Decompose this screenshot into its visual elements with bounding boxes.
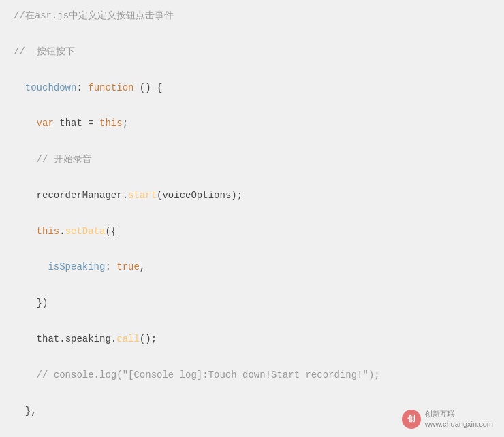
- code-line: }): [0, 294, 504, 312]
- code-token: isSpeaking: [14, 259, 105, 274]
- code-token: :: [105, 259, 116, 274]
- code-token: this: [99, 116, 123, 131]
- code-token: // 按钮按下: [14, 44, 75, 59]
- code-line: //在asr.js中定义定义按钮点击事件: [0, 7, 504, 25]
- code-line: var that = this;: [0, 114, 504, 132]
- code-token: that =: [54, 116, 99, 131]
- code-token: },: [14, 404, 37, 419]
- code-line: this.setData({: [0, 223, 504, 240]
- code-token: speaking: [65, 331, 111, 346]
- code-line: recorderManager.start(voiceOptions);: [0, 187, 504, 204]
- code-token: .: [59, 331, 65, 346]
- code-token: () {: [133, 80, 162, 95]
- code-line: // 按钮按下: [0, 43, 504, 61]
- code-line: [0, 169, 504, 187]
- code-token: ({: [105, 224, 116, 239]
- code-token: this: [37, 224, 60, 239]
- watermark-text: 创新互联 www.chuangxin.com: [425, 409, 493, 429]
- code-token: }): [14, 295, 48, 310]
- code-line: [0, 348, 504, 366]
- code-line: [0, 276, 504, 294]
- code-token: touchdown: [14, 80, 76, 95]
- code-token: //在asr.js中定义定义按钮点击事件: [14, 8, 174, 23]
- code-line: [0, 133, 504, 150]
- code-line: // console.log("[Console log]:Touch down…: [0, 366, 504, 384]
- code-token: recorderManager: [14, 188, 123, 203]
- code-container: //在asr.js中定义定义按钮点击事件 // 按钮按下 touchdown: …: [0, 0, 504, 437]
- code-token: call: [116, 331, 140, 346]
- code-line: touchdown: function () {: [0, 79, 504, 97]
- code-line: [0, 240, 504, 258]
- code-token: function: [88, 80, 133, 95]
- code-line: isSpeaking: true,: [0, 258, 504, 276]
- code-token: ,: [140, 259, 145, 274]
- code-line: [0, 384, 504, 402]
- code-token: .: [111, 331, 116, 346]
- code-token: var: [37, 116, 54, 131]
- code-token: ;: [123, 116, 128, 131]
- watermark-icon: 创: [402, 410, 421, 429]
- watermark: 创 创新互联 www.chuangxin.com: [402, 409, 493, 429]
- code-line: [0, 97, 504, 114]
- code-token: :: [76, 80, 88, 95]
- code-token: that: [14, 331, 59, 346]
- code-token: .: [59, 224, 65, 239]
- code-line: // 开始录音: [0, 150, 504, 168]
- code-token: .: [123, 188, 128, 203]
- code-line: [0, 25, 504, 42]
- code-token: [14, 116, 37, 131]
- code-line: that.speaking.call();: [0, 330, 504, 348]
- code-line: [0, 312, 504, 330]
- code-token: ();: [140, 331, 157, 346]
- code-line: [0, 61, 504, 78]
- watermark-sub: www.chuangxin.com: [425, 419, 493, 429]
- code-line: [0, 204, 504, 222]
- code-token: (voiceOptions);: [157, 188, 242, 203]
- code-token: true: [116, 259, 140, 274]
- code-token: setData: [65, 224, 106, 239]
- code-token: start: [128, 188, 157, 203]
- code-token: [14, 224, 37, 239]
- watermark-company: 创新互联: [425, 409, 493, 419]
- code-token: // console.log("[Console log]:Touch down…: [14, 368, 380, 383]
- code-token: // 开始录音: [14, 152, 92, 167]
